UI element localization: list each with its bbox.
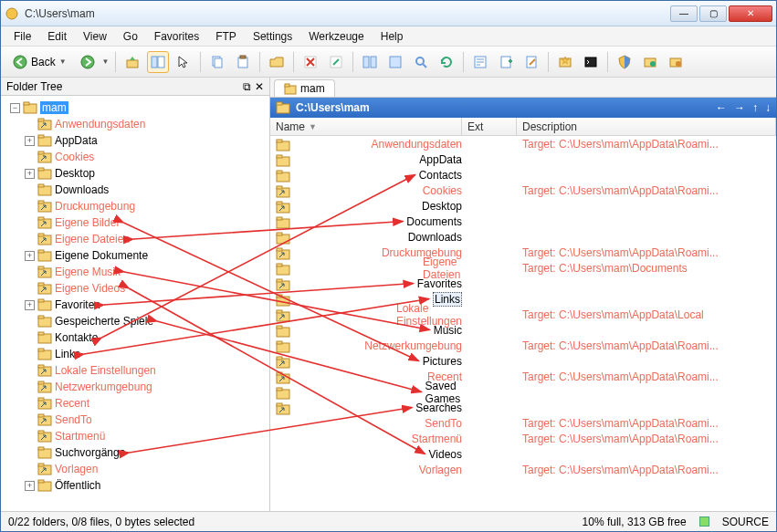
tree-item[interactable]: +Desktop xyxy=(23,165,269,182)
tree-root-row[interactable]: − mam xyxy=(8,99,269,116)
svg-rect-104 xyxy=(277,279,282,282)
file-name: Vorlagen xyxy=(419,464,462,476)
favorites-button[interactable] xyxy=(554,51,576,73)
forward-button[interactable] xyxy=(77,51,99,73)
tree-item[interactable]: +Öffentlich xyxy=(23,477,269,494)
column-ext[interactable]: Ext xyxy=(462,118,517,135)
list-row[interactable]: VorlagenTarget: C:\Users\mam\AppData\Roa… xyxy=(270,462,776,477)
tree-item[interactable]: +Eigene Dokumente xyxy=(23,247,269,264)
junction-icon xyxy=(37,117,52,131)
svg-rect-118 xyxy=(277,388,282,391)
manage-button[interactable] xyxy=(639,51,661,73)
expand-icon[interactable]: + xyxy=(25,251,35,261)
tree-item[interactable]: +AppData xyxy=(23,132,269,149)
menu-go[interactable]: Go xyxy=(116,28,145,45)
paste-button[interactable] xyxy=(232,51,254,73)
svg-rect-3 xyxy=(127,60,138,68)
expand-icon[interactable]: + xyxy=(25,169,35,179)
tree-item[interactable]: Kontakte xyxy=(23,329,269,346)
expand-icon[interactable]: + xyxy=(25,481,35,491)
svg-rect-62 xyxy=(38,398,44,401)
tab-current[interactable]: mam xyxy=(274,79,335,97)
menu-file[interactable]: File xyxy=(6,28,38,45)
close-icon[interactable]: ✕ xyxy=(255,80,264,93)
rename-button[interactable] xyxy=(325,51,347,73)
tree-item[interactable]: Anwendungsdaten xyxy=(23,116,269,132)
titlebar[interactable]: C:\Users\mam — ▢ ✕ xyxy=(1,1,776,26)
view-button[interactable] xyxy=(384,51,406,73)
expand-icon[interactable]: + xyxy=(25,136,35,146)
tree-item[interactable]: Lokale Einstellungen xyxy=(23,362,269,379)
svg-point-0 xyxy=(6,8,17,19)
properties-button[interactable] xyxy=(469,51,491,73)
tree-item[interactable]: Links xyxy=(23,346,269,362)
svg-rect-50 xyxy=(38,299,44,302)
tree-item-label: Gespeicherte Spiele xyxy=(55,315,153,328)
tree-toggle-button[interactable] xyxy=(147,51,169,73)
column-name[interactable]: Name▼ xyxy=(270,118,462,135)
menu-help[interactable]: Help xyxy=(373,28,411,45)
tree-item[interactable]: Startmenü xyxy=(23,428,269,444)
tree-item[interactable]: Eigene Musik xyxy=(23,264,269,280)
tree-item-label: Startmenü xyxy=(55,430,105,443)
close-button[interactable]: ✕ xyxy=(729,5,772,22)
tree-item[interactable]: Gespeicherte Spiele xyxy=(23,313,269,329)
svg-rect-54 xyxy=(38,332,44,335)
menu-edit[interactable]: Edit xyxy=(40,28,74,45)
copy-button[interactable] xyxy=(206,51,228,73)
up-folder-button[interactable] xyxy=(121,51,143,73)
svg-rect-96 xyxy=(277,217,282,220)
column-description[interactable]: Description xyxy=(517,118,776,135)
tree-item[interactable]: Eigene Videos xyxy=(23,280,269,297)
file-list[interactable]: AnwendungsdatenTarget: C:\Users\mam\AppD… xyxy=(270,136,776,511)
tab-label: mam xyxy=(300,82,325,95)
junction-icon xyxy=(37,429,52,443)
tree-item[interactable]: Downloads xyxy=(23,182,269,198)
nav-forward-icon[interactable]: → xyxy=(734,101,745,114)
path-bar[interactable]: C:\Users\mam ← → ↑ ↓ xyxy=(270,98,776,118)
tree-item[interactable]: Netzwerkumgebung xyxy=(23,379,269,395)
menu-view[interactable]: View xyxy=(76,28,114,45)
delete-button[interactable] xyxy=(299,51,321,73)
nav-down-icon[interactable]: ↓ xyxy=(765,101,771,114)
folder-tree[interactable]: − mam Anwendungsdaten+AppDataCookies+Des… xyxy=(1,96,269,511)
back-button[interactable]: Back ▼ xyxy=(6,51,73,73)
tree-item[interactable]: Cookies xyxy=(23,149,269,165)
window-title: C:\Users\mam xyxy=(25,7,670,20)
svg-point-1 xyxy=(14,56,26,68)
svg-rect-9 xyxy=(240,56,246,58)
refresh-button[interactable] xyxy=(436,51,457,73)
tree-item[interactable]: Recent xyxy=(23,395,269,412)
file-description: Target: C:\Users\mam\AppData\Roami... xyxy=(517,246,776,259)
terminal-button[interactable] xyxy=(580,51,602,73)
open-button[interactable] xyxy=(266,51,288,73)
settings-button[interactable] xyxy=(665,51,687,73)
tree-item-label: Anwendungsdaten xyxy=(55,118,145,130)
minimize-button[interactable]: — xyxy=(670,5,698,22)
expand-icon[interactable]: + xyxy=(25,300,35,310)
menu-settings[interactable]: Settings xyxy=(246,28,299,45)
dual-pane-button[interactable] xyxy=(359,51,381,73)
new-file-button[interactable] xyxy=(495,51,517,73)
junction-icon xyxy=(37,396,52,411)
tree-item[interactable]: Druckumgebung xyxy=(23,198,269,214)
menu-werkzeuge[interactable]: Werkzeuge xyxy=(301,28,371,45)
tree-item[interactable]: Eigene Bilder xyxy=(23,214,269,231)
popout-icon[interactable]: ⧉ xyxy=(243,80,251,93)
maximize-button[interactable]: ▢ xyxy=(699,5,727,22)
cursor-tool-button[interactable] xyxy=(173,51,194,73)
nav-up-icon[interactable]: ↑ xyxy=(752,101,758,114)
nav-back-icon[interactable]: ← xyxy=(716,101,727,114)
tree-item[interactable]: Vorlagen xyxy=(23,461,269,477)
tree-item[interactable]: Suchvorgänge xyxy=(23,444,269,461)
find-button[interactable] xyxy=(410,51,432,73)
menu-ftp[interactable]: FTP xyxy=(208,28,244,45)
tree-item[interactable]: SendTo xyxy=(23,412,269,428)
tree-item[interactable]: +Favoriten xyxy=(23,297,269,313)
edit-button[interactable] xyxy=(520,51,542,73)
tree-item[interactable]: Eigene Dateien xyxy=(23,231,269,247)
admin-button[interactable] xyxy=(614,51,635,73)
collapse-icon[interactable]: − xyxy=(10,103,20,113)
menu-favorites[interactable]: Favorites xyxy=(147,28,206,45)
svg-rect-94 xyxy=(277,202,282,204)
